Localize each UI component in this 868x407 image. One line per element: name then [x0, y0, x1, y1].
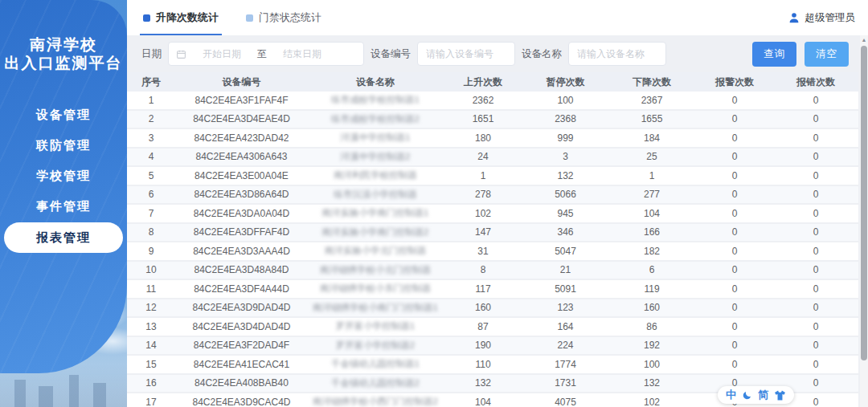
table-row: 384C2E4EA423DAD42浔溪中学控制器118099918400 — [127, 129, 858, 149]
cell-error-count: 0 — [773, 321, 858, 332]
cell-index: 1 — [127, 95, 175, 106]
device-id-label: 设备编号 — [371, 47, 411, 61]
device-id-input[interactable] — [417, 42, 515, 66]
table-row: 184C2E4EA3F1FAF4F练市成校学校控制器12362100236700 — [127, 92, 858, 111]
sidebar-item-4[interactable]: 事件管理 — [0, 191, 127, 222]
cell-down-count: 160 — [608, 302, 696, 313]
cell-pause-count: 3 — [523, 151, 608, 162]
cell-up-count: 180 — [443, 132, 523, 144]
cell-device-name: 练市沉渎小学控制器 — [308, 189, 443, 201]
cell-device-name: 千金镇幼儿园控制器1 — [308, 358, 443, 370]
scrollbar-thumb[interactable] — [861, 46, 867, 360]
date-range-separator: 至 — [257, 47, 267, 61]
cell-error-count: 0 — [773, 132, 858, 144]
cell-device-id: 84C2E4EA3D86A64D — [175, 189, 308, 200]
column-header: 设备名称 — [308, 75, 443, 89]
cell-device-id: 84C2E4EA3F1FAF4F — [175, 95, 308, 106]
cell-error-count: 0 — [773, 208, 858, 219]
user-name: 超级管理员 — [805, 11, 856, 25]
cell-alarm-count: 0 — [696, 95, 773, 106]
building-silhouette — [93, 383, 106, 407]
cell-device-name: 浔溪中学控制器1 — [308, 132, 443, 144]
cell-pause-count: 1774 — [523, 359, 608, 370]
cell-up-count: 8 — [443, 264, 523, 275]
date-range-picker[interactable]: 至 — [168, 42, 364, 66]
cell-down-count: 182 — [608, 246, 696, 257]
cell-error-count: 0 — [773, 340, 858, 351]
cell-device-name: 南浔实验小学北门控制器 — [308, 245, 443, 257]
tab-1[interactable]: 升降次数统计 — [141, 0, 220, 35]
ime-simplified-icon[interactable]: 简 — [758, 388, 768, 402]
ime-moon-icon[interactable] — [742, 390, 752, 401]
cell-device-id: 84C2E4EA3F2DAD4F — [175, 340, 308, 351]
device-name-input[interactable] — [568, 42, 666, 66]
cell-up-count: 1651 — [443, 113, 523, 124]
cell-alarm-count: 0 — [696, 302, 773, 313]
column-header: 设备编号 — [175, 75, 308, 89]
cell-up-count: 278 — [443, 189, 523, 200]
cell-error-count: 0 — [773, 283, 858, 295]
cell-up-count: 104 — [443, 397, 523, 407]
cell-up-count: 190 — [443, 340, 523, 351]
cell-device-name: 练市成校学校控制器2 — [308, 113, 443, 125]
cell-device-name: 浔溪中学控制器2 — [308, 151, 443, 163]
cell-pause-count: 224 — [523, 340, 608, 351]
cell-index: 4 — [127, 151, 175, 162]
cell-index: 6 — [127, 189, 175, 200]
sidebar-item-2[interactable]: 联防管理 — [0, 130, 127, 161]
cell-error-count: 0 — [773, 264, 858, 275]
end-date-input[interactable] — [270, 47, 334, 60]
sidebar-panel: 南浔学校 出入口监测平台 设备管理联防管理学校管理事件管理报表管理 — [0, 0, 127, 373]
cell-alarm-count: 0 — [696, 340, 773, 351]
sidebar-item-5[interactable]: 报表管理 — [4, 222, 123, 253]
cell-device-id: 84C2E4EA3DF4A44D — [175, 283, 308, 295]
cell-down-count: 102 — [608, 397, 696, 407]
search-button[interactable]: 查询 — [752, 42, 796, 67]
ime-skin-shirt-icon[interactable] — [774, 390, 786, 401]
sidebar-item-3[interactable]: 学校管理 — [0, 161, 127, 191]
scrollbar-up-arrow-icon[interactable]: ▲ — [860, 35, 868, 45]
ime-status-bar[interactable]: 中 简 — [718, 386, 794, 404]
column-header: 报警次数 — [696, 75, 773, 89]
cell-pause-count: 945 — [523, 208, 608, 219]
cell-device-name: 罗开富小学控制器2 — [308, 340, 443, 352]
main-area: 升降次数统计门禁状态统计 超级管理员 日期 至 — [127, 0, 868, 407]
tab-bar: 升降次数统计门禁状态统计 — [141, 0, 323, 35]
cell-up-count: 1 — [443, 170, 523, 181]
device-name-label: 设备名称 — [522, 47, 562, 61]
user-info[interactable]: 超级管理员 — [788, 11, 856, 25]
cell-down-count: 184 — [608, 132, 696, 144]
sidebar-item-1[interactable]: 设备管理 — [0, 100, 127, 130]
cell-down-count: 192 — [608, 340, 696, 351]
column-header: 上升次数 — [443, 75, 523, 89]
calendar-icon — [176, 49, 186, 59]
tab-2[interactable]: 门禁状态统计 — [244, 0, 323, 35]
cell-device-name: 南浔实验小学南门控制器1 — [308, 207, 443, 219]
building-silhouette — [69, 375, 79, 407]
cell-pause-count: 999 — [523, 132, 608, 144]
table-row: 884C2E4EA3DFFAF4D南浔实验小学南门控制器214734616600 — [127, 224, 858, 243]
clear-button[interactable]: 清空 — [805, 42, 849, 67]
cell-alarm-count: 0 — [696, 283, 773, 295]
cell-device-name: 南浔实验小学南门控制器2 — [308, 226, 443, 238]
cell-device-id: 84C2E4EA4306A643 — [175, 151, 308, 162]
app-title-line2: 出入口监测平台 — [0, 54, 127, 72]
cell-device-id: 84C2E4EA3D9DAD4D — [175, 302, 308, 313]
start-date-input[interactable] — [190, 47, 254, 60]
vertical-scrollbar[interactable]: ▲ — [860, 35, 868, 407]
ime-chinese-mode-icon[interactable]: 中 — [726, 388, 736, 402]
tab-label: 门禁状态统计 — [259, 10, 321, 25]
cell-down-count: 1 — [608, 170, 696, 181]
cell-device-id: 84C2E4EA41ECAC41 — [175, 359, 308, 370]
cell-down-count: 86 — [608, 321, 696, 332]
cell-pause-count: 4075 — [523, 397, 608, 407]
table-body: 184C2E4EA3F1FAF4F练市成校学校控制器12362100236700… — [127, 92, 858, 407]
cell-error-count: 0 — [773, 113, 858, 124]
table-row: 584C2E4EA3E00A04E南浔利民学校控制器1132100 — [127, 167, 858, 186]
cell-index: 14 — [127, 340, 175, 351]
cell-device-id: 84C2E4EA3D4EAE4D — [175, 113, 308, 124]
cell-down-count: 25 — [608, 151, 696, 162]
cell-down-count: 6 — [608, 264, 696, 275]
cell-index: 5 — [127, 170, 175, 181]
cell-up-count: 117 — [443, 283, 523, 295]
